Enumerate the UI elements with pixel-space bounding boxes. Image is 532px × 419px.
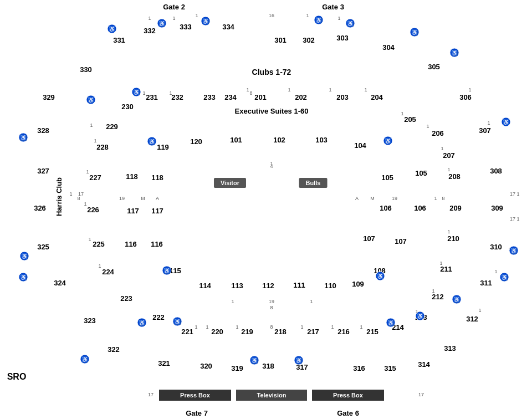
- svg-text:♿: ♿: [158, 20, 166, 27]
- section-120[interactable]: 120: [190, 137, 202, 146]
- section-332[interactable]: 332: [144, 27, 156, 35]
- section-302[interactable]: 302: [303, 36, 315, 44]
- section-217[interactable]: 217: [307, 328, 319, 336]
- section-323[interactable]: 323: [84, 316, 96, 325]
- section-315[interactable]: 315: [384, 364, 396, 372]
- section-327[interactable]: 327: [37, 167, 49, 175]
- section-312[interactable]: 312: [466, 315, 478, 323]
- row-1-sec219: 1: [236, 324, 238, 330]
- section-102[interactable]: 102: [273, 136, 285, 144]
- section-208[interactable]: 208: [448, 172, 461, 181]
- section-325[interactable]: 325: [37, 243, 49, 251]
- section-225[interactable]: 225: [93, 240, 105, 248]
- section-311[interactable]: 311: [480, 279, 492, 287]
- row-a-right: A: [355, 196, 359, 201]
- section-113[interactable]: 113: [231, 282, 243, 290]
- section-105-inner[interactable]: 105: [381, 173, 393, 182]
- section-330[interactable]: 330: [80, 65, 92, 74]
- section-320[interactable]: 320: [200, 362, 212, 370]
- section-307[interactable]: 307: [479, 126, 491, 135]
- section-303[interactable]: 303: [336, 34, 349, 42]
- section-203[interactable]: 203: [336, 93, 349, 101]
- svg-text:♿: ♿: [163, 267, 171, 274]
- section-106-outer[interactable]: 106: [414, 204, 426, 212]
- section-308[interactable]: 308: [490, 167, 502, 175]
- section-219[interactable]: 219: [241, 328, 253, 336]
- svg-text:♿: ♿: [295, 357, 303, 364]
- section-103[interactable]: 103: [315, 136, 328, 144]
- section-318[interactable]: 318: [262, 362, 274, 370]
- section-328[interactable]: 328: [37, 126, 49, 135]
- gate-3-label: Gate 3: [322, 3, 344, 11]
- section-216[interactable]: 216: [337, 328, 350, 336]
- section-319[interactable]: 319: [231, 364, 243, 372]
- section-101[interactable]: 101: [230, 136, 242, 144]
- section-231[interactable]: 231: [146, 93, 158, 101]
- section-117-outer[interactable]: 117: [127, 207, 139, 215]
- row-1-sec204: 1: [364, 87, 367, 93]
- section-234[interactable]: 234: [224, 93, 237, 101]
- section-228[interactable]: 228: [96, 143, 109, 151]
- section-106-inner[interactable]: 106: [380, 204, 392, 212]
- row-1-top-r2: 1: [337, 16, 340, 21]
- section-223[interactable]: 223: [120, 294, 132, 303]
- section-117-inner[interactable]: 117: [151, 207, 163, 215]
- section-116-inner[interactable]: 116: [151, 240, 163, 248]
- section-306[interactable]: 306: [459, 93, 472, 101]
- section-220[interactable]: 220: [211, 328, 223, 336]
- section-304[interactable]: 304: [382, 43, 395, 52]
- section-230[interactable]: 230: [121, 103, 134, 111]
- section-301[interactable]: 301: [274, 36, 287, 44]
- section-224[interactable]: 224: [102, 268, 114, 276]
- section-119[interactable]: 119: [157, 143, 169, 151]
- section-110[interactable]: 110: [324, 282, 336, 290]
- section-329[interactable]: 329: [43, 93, 55, 101]
- row-1-top-r1: 1: [306, 13, 309, 18]
- row-1-sec217: 1: [300, 324, 303, 330]
- gate-6-label: Gate 6: [337, 409, 359, 417]
- section-206[interactable]: 206: [432, 129, 444, 137]
- section-215[interactable]: 215: [366, 328, 378, 336]
- section-334[interactable]: 334: [222, 23, 234, 31]
- section-204[interactable]: 204: [371, 93, 383, 101]
- section-221[interactable]: 221: [181, 328, 193, 336]
- section-107-inner[interactable]: 107: [363, 234, 375, 243]
- section-201[interactable]: 201: [254, 93, 267, 101]
- section-222[interactable]: 222: [152, 313, 165, 321]
- svg-text:♿: ♿: [411, 29, 418, 36]
- section-104[interactable]: 104: [354, 141, 366, 150]
- section-232[interactable]: 232: [171, 93, 183, 101]
- section-305[interactable]: 305: [428, 63, 440, 71]
- section-207[interactable]: 207: [443, 151, 455, 160]
- section-322[interactable]: 322: [108, 345, 120, 354]
- section-326[interactable]: 326: [34, 204, 46, 212]
- section-118-outer[interactable]: 118: [126, 172, 138, 181]
- section-107-outer[interactable]: 107: [395, 237, 407, 246]
- section-105-outer[interactable]: 105: [415, 169, 427, 177]
- section-114[interactable]: 114: [199, 282, 211, 290]
- section-205[interactable]: 205: [404, 115, 416, 124]
- section-229[interactable]: 229: [106, 122, 118, 131]
- section-210[interactable]: 210: [447, 234, 459, 243]
- section-112[interactable]: 112: [262, 282, 274, 290]
- section-309[interactable]: 309: [491, 204, 503, 212]
- section-109[interactable]: 109: [352, 280, 364, 288]
- section-209[interactable]: 209: [449, 204, 462, 212]
- section-314[interactable]: 314: [418, 360, 430, 369]
- section-333[interactable]: 333: [180, 23, 192, 31]
- section-111[interactable]: 111: [293, 281, 305, 289]
- section-313[interactable]: 313: [444, 344, 456, 352]
- section-218[interactable]: 218: [274, 328, 287, 336]
- section-331[interactable]: 331: [113, 36, 125, 44]
- section-227[interactable]: 227: [89, 173, 101, 182]
- section-310[interactable]: 310: [490, 243, 502, 251]
- section-202[interactable]: 202: [295, 93, 307, 101]
- section-226[interactable]: 226: [87, 206, 99, 214]
- section-118-inner[interactable]: 118: [151, 173, 163, 182]
- section-324[interactable]: 324: [54, 279, 66, 287]
- section-233[interactable]: 233: [203, 93, 216, 101]
- svg-text:♿: ♿: [202, 18, 209, 25]
- section-321[interactable]: 321: [158, 359, 170, 367]
- section-316[interactable]: 316: [353, 364, 365, 372]
- section-116-outer[interactable]: 116: [125, 240, 137, 248]
